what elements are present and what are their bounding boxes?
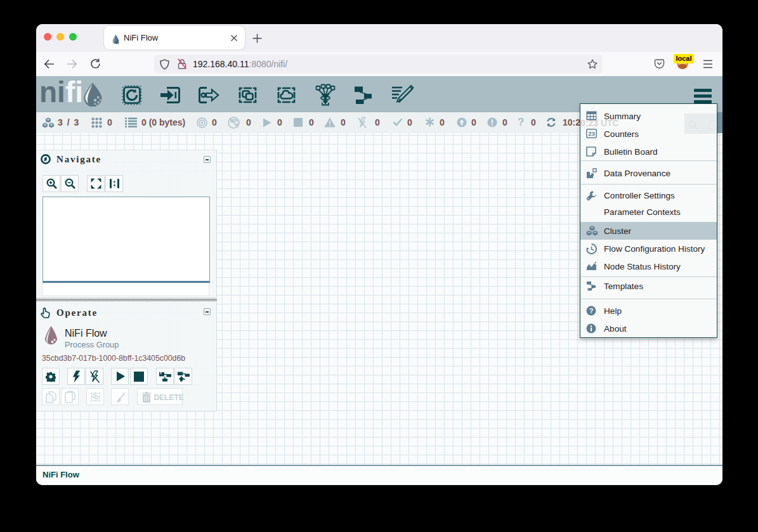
svg-text:23: 23 bbox=[588, 130, 595, 137]
svg-text:?: ? bbox=[589, 307, 594, 315]
